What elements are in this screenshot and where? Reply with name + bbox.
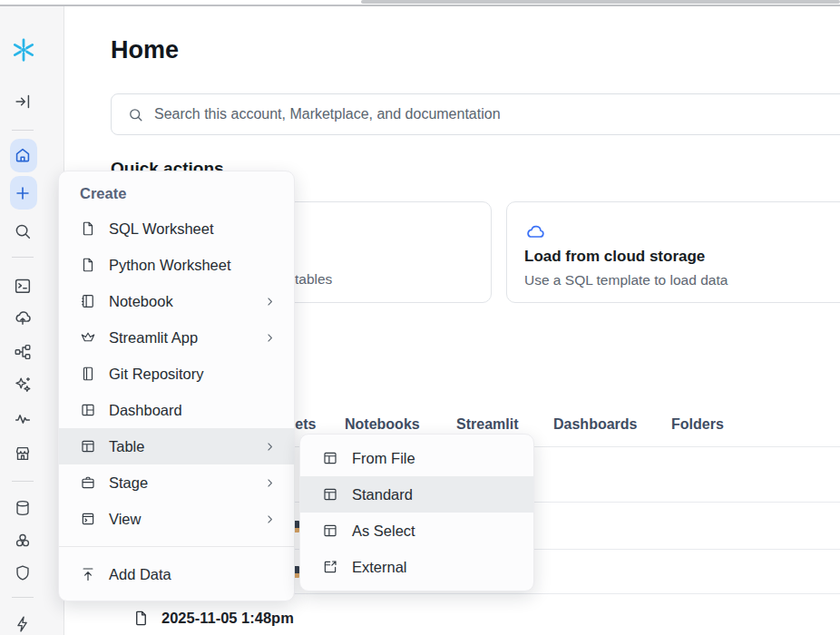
tab-streamlit[interactable]: Streamlit (456, 416, 518, 433)
sidebar-divider (12, 130, 34, 131)
left-sidebar (0, 6, 64, 635)
data-load-cloud-icon[interactable] (13, 308, 33, 327)
menu-item-label: Add Data (109, 566, 171, 583)
sidebar-divider (12, 481, 34, 482)
cloud-icon (524, 221, 546, 247)
submenu-item-external[interactable]: External (300, 549, 533, 585)
stage-icon (80, 474, 96, 491)
tab-folders[interactable]: Folders (671, 416, 724, 433)
notebook-icon (80, 293, 96, 309)
file-icon (80, 220, 96, 237)
menu-item-git-repository[interactable]: Git Repository (59, 356, 294, 392)
table-icon (322, 523, 338, 539)
global-search-bar[interactable] (111, 93, 840, 135)
marketplace-icon[interactable] (13, 444, 33, 464)
sidebar-divider (12, 597, 34, 598)
menu-item-label: External (352, 559, 407, 576)
plus-icon[interactable] (13, 183, 33, 203)
submenu-item-from-file[interactable]: From File (300, 440, 533, 476)
menu-item-label: Python Worksheet (109, 257, 231, 274)
menu-item-label: Standard (352, 486, 413, 503)
table-icon (80, 438, 96, 454)
create-menu-header: Create (59, 171, 294, 210)
menu-divider (59, 546, 294, 547)
menu-item-view[interactable]: View (59, 501, 294, 537)
admin-bolt-icon[interactable] (13, 614, 33, 634)
snowflake-logo-icon[interactable] (10, 36, 37, 64)
menu-item-sql-worksheet[interactable]: SQL Worksheet (59, 210, 294, 247)
search-icon (127, 106, 144, 123)
chevron-right-icon (264, 441, 276, 453)
file-icon (80, 257, 96, 273)
upload-arrow-icon (80, 566, 96, 582)
window-top-divider (0, 5, 840, 6)
chevron-right-icon (264, 296, 276, 308)
menu-item-label: Streamlit App (109, 329, 198, 347)
table-external-icon (322, 559, 338, 575)
menu-item-label: View (109, 511, 141, 528)
submenu-item-standard[interactable]: Standard (300, 476, 533, 513)
organization-icon[interactable] (13, 342, 33, 362)
top-scrollbar[interactable] (361, 0, 840, 4)
home-icon[interactable] (13, 145, 33, 165)
chevron-right-icon (264, 513, 276, 525)
menu-item-python-worksheet[interactable]: Python Worksheet (59, 247, 294, 283)
chevron-right-icon (264, 332, 276, 344)
menu-item-streamlit-app[interactable]: Streamlit App (59, 319, 294, 356)
worksheet-file-icon (132, 609, 150, 631)
page-title: Home (111, 36, 179, 64)
governance-shield-icon[interactable] (13, 563, 33, 583)
card-subtitle-fragment: tables (295, 271, 332, 288)
menu-item-label: As Select (352, 523, 415, 540)
card-subtitle: Use a SQL template to load data (524, 272, 728, 288)
table-icon (322, 450, 338, 466)
tab-notebooks[interactable]: Notebooks (345, 416, 420, 433)
projects-terminal-icon[interactable] (13, 276, 33, 296)
menu-item-notebook[interactable]: Notebook (59, 283, 294, 319)
menu-item-stage[interactable]: Stage (59, 464, 294, 501)
dashboard-icon (80, 402, 96, 418)
menu-item-add-data[interactable]: Add Data (59, 556, 294, 592)
activity-icon[interactable] (13, 409, 33, 429)
menu-item-table[interactable]: Table (59, 428, 294, 464)
recent-worksheet-name[interactable]: 2025-11-05 1:48pm (161, 610, 294, 627)
quick-action-card-load-cloud-storage[interactable]: Load from cloud storage Use a SQL templa… (506, 201, 840, 303)
data-sharing-icon[interactable] (13, 531, 33, 551)
menu-item-label: Table (109, 438, 144, 455)
card-title: Load from cloud storage (524, 248, 705, 266)
search-input[interactable] (154, 106, 789, 122)
chevron-right-icon (264, 477, 276, 489)
ai-sparkle-icon[interactable] (13, 375, 33, 395)
table-icon (322, 486, 338, 503)
search-icon[interactable] (13, 221, 33, 241)
table-submenu: From File Standard As Select External (299, 434, 534, 591)
databases-icon[interactable] (13, 498, 33, 518)
collapse-panel-icon[interactable] (13, 92, 33, 112)
git-repository-icon (80, 366, 96, 382)
streamlit-crown-icon (80, 329, 96, 346)
tab-dashboards[interactable]: Dashboards (553, 416, 637, 433)
menu-item-label: Notebook (109, 293, 173, 310)
menu-item-label: Stage (109, 474, 148, 492)
sidebar-divider (12, 257, 34, 258)
menu-item-label: SQL Worksheet (109, 220, 214, 238)
menu-item-dashboard[interactable]: Dashboard (59, 392, 294, 428)
submenu-item-as-select[interactable]: As Select (300, 513, 533, 549)
menu-item-label: Dashboard (109, 402, 182, 419)
menu-item-label: Git Repository (109, 366, 204, 383)
view-icon (80, 511, 96, 527)
menu-item-label: From File (352, 450, 415, 467)
create-menu: Create SQL Worksheet Python Worksheet No… (58, 171, 295, 601)
